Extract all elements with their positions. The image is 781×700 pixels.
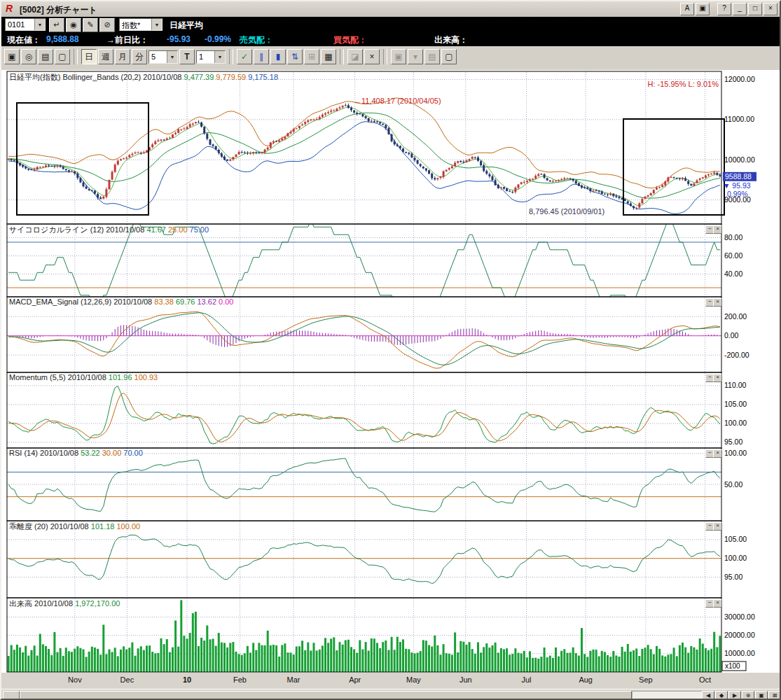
- zoom-button[interactable]: ◎: [21, 49, 36, 64]
- vol-close-button[interactable]: ×: [713, 599, 722, 608]
- scroll-right-button[interactable]: ▶: [728, 691, 741, 700]
- volume-label: 出来高：: [434, 34, 468, 46]
- titlebar: R [5002] 分析チャート A▣?_□×: [1, 1, 780, 18]
- app-logo-icon: R: [6, 3, 13, 14]
- titlebar-button-group: A▣?_□×: [680, 3, 777, 15]
- symbol-code-combo[interactable]: 0101 ▼: [5, 18, 46, 31]
- font-button[interactable]: A: [680, 3, 694, 15]
- bar-count-combo-arrow[interactable]: ▼: [214, 51, 225, 63]
- minute-interval-combo[interactable]: 5▼: [148, 50, 178, 64]
- copy-chart-button[interactable]: ▤: [38, 49, 53, 64]
- chart-window-button[interactable]: ▣: [4, 49, 20, 64]
- window-title: [5002] 分析チャート: [20, 4, 97, 16]
- draw-mode-button[interactable]: ⊘: [99, 18, 115, 32]
- rsi-close-button[interactable]: ×: [713, 449, 722, 458]
- window-layout-button: ▣: [391, 49, 406, 64]
- macd-close-button[interactable]: ×: [713, 298, 722, 307]
- current-price-label: 現在値：: [7, 34, 41, 46]
- search-button[interactable]: ◉: [66, 18, 81, 32]
- svg-text:Feb: Feb: [233, 676, 247, 684]
- svg-text:Apr: Apr: [349, 676, 361, 684]
- svg-text:10000.00: 10000.00: [724, 649, 755, 657]
- index-type-combo[interactable]: 指数* ▼: [119, 18, 163, 31]
- help-button[interactable]: ?: [717, 3, 731, 15]
- toolbar-button-group: ▣◎▤▢日週月分5▼T1▼✓∥▮⇅⊞▦◪×▣▾▤▢: [4, 49, 457, 64]
- bar-count-combo[interactable]: 1▼: [196, 50, 226, 64]
- symbol-code-dropdown-arrow[interactable]: ▼: [34, 19, 45, 30]
- kairi-close-button[interactable]: ×: [713, 522, 722, 531]
- scroll-center-button[interactable]: ◆: [715, 691, 728, 700]
- print-button[interactable]: ▢: [441, 49, 457, 64]
- copy-window-button[interactable]: ▣: [696, 3, 710, 15]
- svg-text:105.00: 105.00: [724, 535, 747, 543]
- bar-chart-button[interactable]: ∥: [254, 49, 269, 64]
- symbol-bar-buttons: ↵◉✎⊘: [49, 18, 115, 32]
- series-main: [8, 98, 721, 214]
- ask-label: 売気配：: [240, 34, 273, 46]
- period-week-button[interactable]: 週: [98, 49, 113, 64]
- period-day-button[interactable]: 日: [81, 49, 97, 64]
- svg-text:12000.00: 12000.00: [724, 75, 755, 83]
- minute-interval-combo-value: 5: [149, 51, 167, 63]
- close-button[interactable]: ×: [763, 3, 777, 15]
- eraser-button: ◪: [347, 49, 363, 64]
- scroll-left-button[interactable]: ◀: [702, 691, 714, 700]
- toolbar-sep-3: [340, 49, 344, 64]
- svg-text:200.00: 200.00: [724, 312, 747, 321]
- titlebar-gap: [711, 3, 716, 15]
- series-kairi: [8, 535, 720, 584]
- new-page-button[interactable]: ▢: [55, 49, 70, 64]
- index-type-dropdown-arrow[interactable]: ▼: [151, 19, 162, 30]
- horizontal-scrollbar[interactable]: ◀◆▶⊕▣⊠: [1, 689, 781, 700]
- svg-text:100.00: 100.00: [724, 419, 747, 427]
- period-month-button[interactable]: 月: [115, 49, 130, 64]
- symbol-code-value: 0101: [6, 19, 34, 30]
- svg-text:Mar: Mar: [287, 676, 300, 684]
- quote-status-bar: 現在値： 9,588.88 →前日比： -95.93 -0.99% 売気配： 買…: [1, 32, 780, 46]
- bid-label: 買気配：: [333, 34, 367, 46]
- svg-text:Oct: Oct: [699, 676, 711, 684]
- symbol-bar: 0101 ▼ ↵◉✎⊘ 指数* ▼ 日経平均: [1, 17, 780, 32]
- enter-button[interactable]: ↵: [49, 18, 64, 32]
- mom-close-button[interactable]: ×: [713, 374, 722, 382]
- svg-text:105.00: 105.00: [724, 400, 747, 408]
- svg-text:-200.00: -200.00: [724, 351, 749, 359]
- text-annotation-button[interactable]: T: [179, 49, 195, 64]
- layout-dropdown-button: ▾: [408, 49, 423, 64]
- edit-button[interactable]: ✎: [83, 18, 98, 32]
- svg-text:20000.00: 20000.00: [724, 631, 755, 639]
- toolbar-sep-2: [229, 49, 233, 64]
- candle-chart-button[interactable]: ▮: [270, 49, 286, 64]
- close-chart-button[interactable]: ⊠: [768, 691, 781, 700]
- svg-text:Aug: Aug: [579, 676, 593, 684]
- svg-text:0.99%: 0.99%: [727, 190, 748, 198]
- minimize-button[interactable]: _: [733, 3, 747, 15]
- index-type-value: 指数*: [120, 19, 151, 30]
- settings-button[interactable]: ▦: [321, 49, 336, 64]
- zoom-in-button[interactable]: ⊕: [742, 691, 754, 700]
- svg-text:10: 10: [183, 676, 191, 684]
- scrollbar-track[interactable]: [632, 691, 703, 700]
- period-minute-button[interactable]: 分: [132, 49, 147, 64]
- save-layout-button: ▤: [424, 49, 440, 64]
- svg-text:8,796.45 (2010/09/01): 8,796.45 (2010/09/01): [529, 207, 604, 216]
- line-chart-button[interactable]: ✓: [237, 49, 252, 64]
- scrollbar-grip[interactable]: [3, 691, 20, 700]
- delete-button[interactable]: ×: [364, 49, 380, 64]
- svg-text:11000.00: 11000.00: [724, 115, 754, 123]
- change-label: →前日比：: [106, 34, 148, 46]
- maximize-button[interactable]: □: [748, 3, 762, 15]
- svg-text:9588.88: 9588.88: [725, 172, 752, 181]
- scrollbar-thumb[interactable]: [20, 691, 632, 700]
- svg-text:Dec: Dec: [120, 676, 134, 684]
- psy-close-button[interactable]: ×: [713, 225, 722, 234]
- svg-text:95.00: 95.00: [724, 438, 742, 446]
- minute-interval-combo-arrow[interactable]: ▼: [167, 51, 177, 63]
- series-mom: [8, 386, 720, 444]
- bar-count-combo-value: 1: [197, 51, 214, 63]
- svg-text:110.00: 110.00: [724, 381, 746, 389]
- svg-text:50.00: 50.00: [724, 480, 742, 489]
- series-rsi: [8, 458, 720, 512]
- arrows-button[interactable]: ⇅: [287, 49, 303, 64]
- restore-button[interactable]: ▣: [755, 691, 768, 700]
